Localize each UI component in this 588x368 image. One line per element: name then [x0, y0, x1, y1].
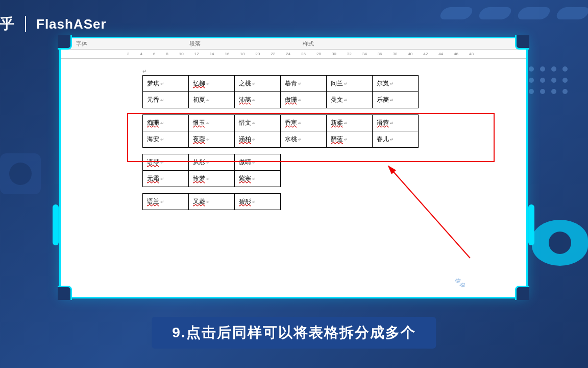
table-2[interactable]: 痴珊 恨玉 惜文 香寒 新柔 语蓉 海安 夜蓉 涵柏 水桃 醉蓝 春儿	[142, 114, 419, 148]
table-row: 痴珊 恨玉 惜文 香寒 新柔 语蓉	[143, 115, 419, 131]
table-row: 海安 夜蓉 涵柏 水桃 醉蓝 春儿	[143, 131, 419, 148]
paragraph-mark: ↵	[142, 68, 146, 74]
decorative-eye-icon	[532, 220, 588, 266]
frame-corner	[515, 35, 529, 50]
ribbon-labels: 字体 段落 样式	[61, 38, 526, 50]
step-caption: 9.点击后同样可以将表格拆分成多个	[152, 317, 436, 349]
site-logo: 乎	[0, 14, 15, 34]
divider	[25, 16, 26, 32]
svg-line-0	[388, 166, 470, 258]
frame-handle	[53, 204, 59, 245]
table-row: 元霜 怜梦 紫寒	[143, 171, 281, 187]
document-body[interactable]: ↵ 梦琪 忆柳 之桃 慕青 问兰 尔岚 元香 初夏 沛菡 傲珊 曼文 乐菱 痴珊	[61, 59, 526, 297]
table-4[interactable]: 语兰 又菱 碧彤	[142, 193, 281, 210]
table-row: 语琴 从彤 傲晴	[143, 154, 281, 171]
baidu-watermark: 🐾 Baidu 经验	[454, 277, 514, 289]
frame-handle	[528, 204, 534, 245]
ribbon-styles[interactable]: 样式	[303, 40, 314, 48]
baidu-paw-icon: 🐾	[454, 277, 465, 288]
decorative-camera-icon	[0, 153, 41, 194]
table-row: 梦琪 忆柳 之桃 慕青 问兰 尔岚	[143, 76, 419, 92]
author-name: FlashASer	[36, 16, 107, 32]
frame-corner	[515, 286, 529, 300]
table-row: 元香 初夏 沛菡 傲珊 曼文 乐菱	[143, 92, 419, 108]
ribbon-paragraph[interactable]: 段落	[189, 40, 201, 48]
frame-corner	[58, 35, 72, 50]
word-window: 字体 段落 样式 2468101214161820222426283032343…	[59, 37, 528, 298]
horizontal-ruler[interactable]: 2468101214161820222426283032343638404244…	[61, 50, 526, 59]
ribbon-font[interactable]: 字体	[76, 40, 87, 48]
annotation-arrow	[373, 161, 475, 263]
frame-corner	[58, 286, 72, 300]
table-1[interactable]: 梦琪 忆柳 之桃 慕青 问兰 尔岚 元香 初夏 沛菡 傲珊 曼文 乐菱	[142, 75, 419, 108]
table-3[interactable]: 语琴 从彤 傲晴 元霜 怜梦 紫寒	[142, 154, 281, 187]
table-row: 语兰 又菱 碧彤	[143, 194, 281, 210]
site-header: 乎 FlashASer	[0, 14, 107, 34]
decorative-stripes	[441, 7, 588, 19]
